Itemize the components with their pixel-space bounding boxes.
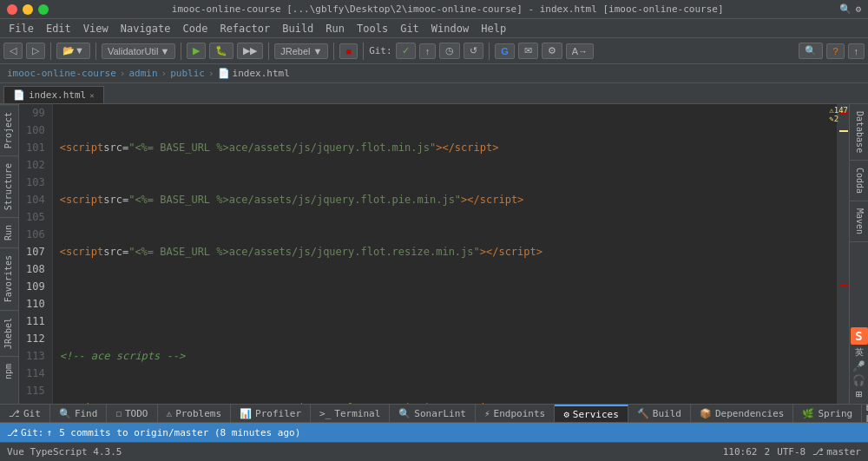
help-button[interactable]: ? bbox=[826, 43, 844, 59]
editor-scrollbar[interactable]: ⚠147 ✎2 bbox=[837, 104, 849, 404]
bottom-tab-build[interactable]: 🔨 Build bbox=[628, 405, 691, 422]
search-button[interactable]: 🔍 bbox=[799, 43, 823, 59]
sidebar-tab-structure[interactable]: Structure bbox=[0, 155, 18, 217]
forward-button[interactable]: ▷ bbox=[26, 43, 45, 59]
right-tab-codda[interactable]: Codda bbox=[850, 161, 868, 201]
breadcrumb-bar: imooc-online-course › admin › public › 📄… bbox=[0, 64, 868, 83]
breadcrumb-public[interactable]: public bbox=[170, 68, 205, 79]
git-branch-item[interactable]: ⎇ Git: ↑ bbox=[7, 427, 52, 438]
grid-icon: ⊞ bbox=[856, 388, 862, 400]
run-button[interactable]: ▶ bbox=[187, 43, 206, 59]
bottom-tab-dependencies[interactable]: 📦 Dependencies bbox=[691, 405, 793, 422]
stop-button[interactable]: ■ bbox=[339, 43, 358, 59]
debug-button[interactable]: 🐛 bbox=[209, 43, 233, 59]
menu-window[interactable]: Window bbox=[426, 21, 474, 36]
branch-status: ⎇ master bbox=[812, 446, 861, 458]
breadcrumb-admin[interactable]: admin bbox=[128, 68, 157, 79]
file-tab-index[interactable]: 📄 index.html ✕ bbox=[3, 86, 104, 103]
language-status: Vue TypeScript 4.3.5 bbox=[7, 446, 122, 458]
sidebar-tab-run[interactable]: Run bbox=[0, 217, 18, 247]
git-history-button[interactable]: ◷ bbox=[439, 43, 460, 59]
build-tab-icon: 🔨 bbox=[637, 408, 649, 419]
todo-tab-icon: ☐ bbox=[115, 408, 122, 419]
recent-files-button[interactable]: 📂▼ bbox=[56, 43, 90, 59]
error-marker-2 bbox=[839, 284, 848, 286]
breadcrumb-project[interactable]: imooc-online-course bbox=[7, 68, 116, 79]
mail-button[interactable]: ✉ bbox=[518, 43, 538, 59]
sidebar-tab-favorites[interactable]: Favorites bbox=[0, 247, 18, 309]
jrebel-dropdown[interactable]: JRebel ▼ bbox=[274, 43, 328, 59]
bottom-tab-bar: ⎇ Git 🔍 Find ☐ TODO ⚠ Problems 📊 Profile… bbox=[0, 404, 868, 423]
minimize-button[interactable] bbox=[23, 4, 33, 15]
code-line-103: <!-- ace scripts --> bbox=[60, 347, 830, 365]
vcs-button[interactable]: ↑ bbox=[848, 43, 865, 59]
bottom-tab-problems[interactable]: ⚠ Problems bbox=[158, 405, 232, 422]
breadcrumb-file[interactable]: 📄 index.html bbox=[218, 68, 290, 79]
bottom-tab-sonarlint[interactable]: 🔍 SonarLint bbox=[390, 405, 476, 422]
menu-file[interactable]: File bbox=[3, 21, 39, 36]
bottom-tab-todo[interactable]: ☐ TODO bbox=[107, 405, 157, 422]
dependencies-tab-icon: 📦 bbox=[700, 408, 712, 419]
menu-refactor[interactable]: Refactor bbox=[214, 21, 275, 36]
right-tab-database[interactable]: Database bbox=[850, 104, 868, 161]
separator-5 bbox=[333, 43, 334, 60]
separator-3 bbox=[181, 43, 181, 60]
menu-build[interactable]: Build bbox=[277, 21, 319, 36]
bottom-tab-spring[interactable]: 🌿 Spring bbox=[793, 405, 862, 422]
endpoints-tab-icon: ⚡ bbox=[484, 408, 490, 419]
menu-code[interactable]: Code bbox=[178, 21, 214, 36]
menu-help[interactable]: Help bbox=[476, 21, 511, 36]
editor[interactable]: 99 100 101 102 103 104 105 106 107 108 1… bbox=[19, 104, 849, 404]
bottom-tab-services[interactable]: ⚙ Services bbox=[555, 405, 628, 422]
position-status: 110:62 bbox=[723, 446, 758, 458]
settings-button[interactable]: ⚙ bbox=[542, 43, 562, 59]
git-branch-icon: ⎇ bbox=[7, 427, 18, 438]
search-icon[interactable]: 🔍 bbox=[839, 3, 852, 15]
sidebar-tab-jrebel[interactable]: JRebel bbox=[0, 310, 18, 356]
bottom-tab-git[interactable]: ⎇ Git bbox=[0, 405, 50, 422]
back-button[interactable]: ◁ bbox=[3, 43, 23, 59]
code-line-101: <script src="<%= BASE_URL %>ace/assets/j… bbox=[60, 243, 830, 260]
lang-icon: 英 bbox=[855, 346, 864, 359]
mic-icon: 🎤 bbox=[852, 360, 865, 372]
separator-1 bbox=[50, 43, 51, 60]
google-button[interactable]: G bbox=[495, 43, 515, 59]
right-tab-maven[interactable]: Maven bbox=[850, 201, 868, 242]
close-tab-icon[interactable]: ✕ bbox=[89, 91, 94, 100]
event-log-button[interactable]: Event Log bbox=[862, 404, 868, 423]
close-button[interactable] bbox=[7, 4, 17, 15]
menu-tools[interactable]: Tools bbox=[352, 21, 393, 36]
window-controls bbox=[7, 4, 49, 15]
separator-7 bbox=[489, 43, 490, 60]
sep-1: › bbox=[120, 68, 126, 79]
menu-edit[interactable]: Edit bbox=[41, 21, 76, 36]
translate-button[interactable]: A→ bbox=[566, 43, 594, 59]
maximize-button[interactable] bbox=[38, 4, 49, 15]
warning-count: ⚠147 ✎2 bbox=[829, 106, 848, 123]
git-tab-icon: ⎇ bbox=[9, 408, 20, 419]
bottom-tab-terminal[interactable]: >_ Terminal bbox=[311, 405, 390, 422]
right-panel: Database Codda Maven S 英 🎤 🎧 ⊞ bbox=[849, 104, 868, 404]
settings-icon[interactable]: ⚙ bbox=[855, 3, 861, 15]
bottom-tab-endpoints[interactable]: ⚡ Endpoints bbox=[476, 405, 555, 422]
git-commits-item[interactable]: 5 commits to origin/master (8 minutes ag… bbox=[59, 427, 300, 438]
menu-run[interactable]: Run bbox=[320, 21, 350, 36]
sidebar-tab-npm[interactable]: npm bbox=[0, 356, 18, 386]
run-coverage-button[interactable]: ▶▶ bbox=[237, 43, 263, 59]
separator-4 bbox=[268, 43, 269, 60]
left-sidebar: Project Structure Run Favorites JRebel n… bbox=[0, 104, 19, 404]
git-rollback-button[interactable]: ↺ bbox=[464, 43, 483, 59]
encoding-status: UTF-8 bbox=[777, 446, 806, 458]
git-update-button[interactable]: ✓ bbox=[396, 43, 416, 59]
bottom-tab-profiler[interactable]: 📊 Profiler bbox=[231, 405, 311, 422]
indent-status: 2 bbox=[765, 446, 771, 458]
git-push-button[interactable]: ↑ bbox=[419, 43, 437, 59]
sidebar-tab-project[interactable]: Project bbox=[0, 104, 18, 155]
validator-dropdown[interactable]: ValidatorUtil ▼ bbox=[102, 43, 175, 59]
code-content: <script src="<%= BASE_URL %>ace/assets/j… bbox=[53, 104, 837, 404]
bottom-tab-find[interactable]: 🔍 Find bbox=[50, 405, 108, 422]
menu-navigate[interactable]: Navigate bbox=[115, 21, 176, 36]
menu-git[interactable]: Git bbox=[395, 21, 424, 36]
spring-tab-icon: 🌿 bbox=[802, 408, 814, 419]
menu-view[interactable]: View bbox=[78, 21, 114, 36]
